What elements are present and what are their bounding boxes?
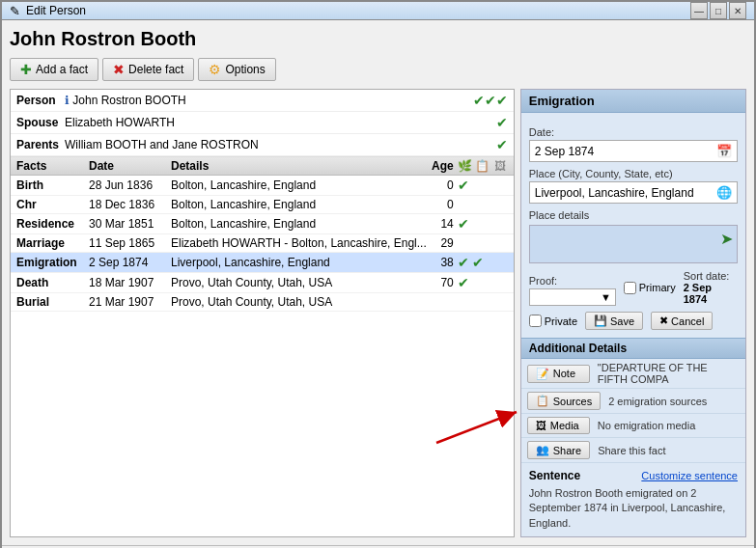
main-content: Person ℹ John Rostron BOOTH ✔ ✔ ✔ Spouse…	[10, 89, 746, 537]
fact-details: Bolton, Lancashire, England	[171, 178, 427, 192]
col-header-icons: 🌿 📋 🖼	[458, 159, 508, 173]
fact-details: Provo, Utah County, Utah, USA	[171, 276, 427, 289]
parents-checkmark: ✔	[496, 137, 508, 152]
place-field-container: 🌐	[529, 181, 738, 204]
place-input[interactable]	[535, 186, 716, 200]
sentence-text: John Rostron Booth emigrated on 2 Septem…	[529, 486, 738, 531]
place-details-label: Place details	[529, 209, 738, 221]
fact-age: 38	[427, 256, 454, 269]
table-row[interactable]: Emigration 2 Sep 1874 Liverpool, Lancash…	[11, 253, 514, 273]
sort-date-label: Sort date:	[684, 270, 738, 282]
fact-icons: ✔	[458, 275, 508, 290]
primary-checkbox[interactable]	[624, 282, 636, 294]
fact-details: Provo, Utah County, Utah, USA	[171, 295, 427, 309]
sort-date-value: 2 Sep 1874	[684, 282, 738, 305]
person-name: John Rostron Booth	[10, 28, 746, 50]
note-value: "DEPARTURE OF THE FIFTH COMPA	[598, 362, 740, 385]
globe-icon: 🌐	[716, 185, 732, 200]
tree-col-icon: 🌿	[458, 159, 472, 173]
fact-type: Death	[16, 276, 89, 289]
emigration-panel-title: Emigration	[521, 90, 745, 113]
facts-header-cols: Facts Date Details Age 🌿 📋 🖼	[16, 159, 508, 173]
fact-date: 2 Sep 1874	[89, 256, 171, 269]
save-button[interactable]: 💾 Save	[585, 312, 643, 330]
media-button[interactable]: 🖼 Media	[527, 417, 590, 434]
table-row[interactable]: Marriage 11 Sep 1865 Elizabeth HOWARTH -…	[11, 234, 514, 253]
primary-label: Primary	[639, 282, 676, 293]
sources-value: 2 emigration sources	[608, 396, 707, 407]
fact-date: 30 Mar 1851	[89, 217, 171, 231]
share-label: Share	[553, 445, 581, 456]
cancel-label: Cancel	[671, 315, 704, 327]
person-row: Person ℹ John Rostron BOOTH ✔ ✔ ✔	[11, 90, 514, 112]
fact-icons: ✔	[458, 178, 508, 193]
sources-icon: 📋	[536, 395, 549, 407]
col-header-age: Age	[427, 159, 454, 173]
options-icon: ⚙	[209, 62, 221, 77]
media-col-icon: 🖼	[492, 159, 507, 173]
right-panel: Emigration Date: 📅 Place (City, County, …	[520, 89, 746, 537]
info-section: Person ℹ John Rostron BOOTH ✔ ✔ ✔ Spouse…	[11, 90, 514, 157]
private-save-row: Private 💾 Save ✖ Cancel	[529, 312, 738, 330]
fact-age: 70	[427, 276, 454, 289]
fact-type: Birth	[16, 178, 89, 192]
person-value: ℹ John Rostron BOOTH	[65, 94, 473, 107]
place-label: Place (City, County, State, etc)	[529, 168, 738, 179]
main-window: ✎ Edit Person — □ ✕ John Rostron Booth ✚…	[0, 0, 756, 548]
primary-checkbox-container: Primary	[624, 282, 676, 294]
add-fact-label: Add a fact	[36, 63, 88, 76]
media-icon: 🖼	[536, 420, 546, 431]
date-label: Date:	[529, 126, 738, 138]
date-field-container: 📅	[529, 140, 738, 162]
share-value: Share this fact	[598, 445, 665, 456]
fact-details: Bolton, Lancashire, England	[171, 217, 427, 231]
col-header-facts: Facts	[16, 159, 89, 173]
options-button[interactable]: ⚙ Options	[198, 58, 275, 81]
private-checkbox[interactable]	[529, 315, 542, 327]
left-panel-wrapper: Person ℹ John Rostron BOOTH ✔ ✔ ✔ Spouse…	[10, 89, 520, 537]
note-button[interactable]: 📝 Note	[527, 365, 590, 383]
additional-details-title: Additional Details	[521, 338, 745, 359]
add-fact-button[interactable]: ✚ Add a fact	[10, 58, 98, 81]
title-bar-left: ✎ Edit Person	[10, 4, 86, 18]
delete-fact-button[interactable]: ✖ Delete fact	[102, 58, 194, 81]
sentence-section: Sentence Customize sentence John Rostron…	[521, 463, 745, 536]
sources-button[interactable]: 📋 Sources	[527, 392, 601, 410]
fact-check1: ✔	[458, 178, 469, 193]
sort-date-section: Sort date: 2 Sep 1874	[684, 270, 738, 305]
sentence-header: Sentence Customize sentence	[529, 469, 738, 482]
fact-check2: ✔	[458, 216, 469, 232]
media-label: Media	[550, 420, 579, 431]
date-input[interactable]	[535, 145, 716, 158]
table-row[interactable]: Birth 28 Jun 1836 Bolton, Lancashire, En…	[11, 176, 514, 196]
spouse-checkmark: ✔	[496, 115, 508, 130]
fact-type: Chr	[16, 198, 89, 211]
table-row[interactable]: Death 18 Mar 1907 Provo, Utah County, Ut…	[11, 273, 514, 293]
facts-header: Facts Date Details Age 🌿 📋 🖼	[11, 157, 514, 176]
maximize-button[interactable]: □	[710, 2, 727, 19]
fact-date: 18 Dec 1836	[89, 198, 171, 211]
close-window-button[interactable]: ✕	[729, 2, 746, 19]
toolbar: ✚ Add a fact ✖ Delete fact ⚙ Options	[10, 58, 746, 81]
fact-check1: ✔	[458, 255, 469, 270]
share-button[interactable]: 👥 Share	[527, 441, 590, 459]
fact-date: 11 Sep 1865	[89, 236, 171, 250]
table-row[interactable]: Chr 18 Dec 1836 Bolton, Lancashire, Engl…	[11, 196, 514, 214]
window-body: John Rostron Booth ✚ Add a fact ✖ Delete…	[2, 20, 754, 545]
proof-row: Proof: ▼ Primary Sort date:	[529, 269, 738, 306]
place-details-icon: ➤	[720, 230, 733, 248]
cancel-button[interactable]: ✖ Cancel	[651, 312, 713, 330]
fact-age: 0	[427, 198, 454, 211]
note-label: Note	[553, 368, 575, 379]
customize-sentence-link[interactable]: Customize sentence	[641, 470, 738, 481]
table-row[interactable]: Residence 30 Mar 1851 Bolton, Lancashire…	[11, 214, 514, 234]
fact-type: Burial	[16, 295, 89, 309]
fact-age: 14	[427, 217, 454, 231]
spouse-label: Spouse	[16, 116, 65, 129]
table-row[interactable]: Burial 21 Mar 1907 Provo, Utah County, U…	[11, 293, 514, 312]
proof-select[interactable]: ▼	[529, 288, 616, 306]
minimize-button[interactable]: —	[690, 2, 708, 19]
fact-type: Marriage	[16, 236, 89, 250]
delete-fact-label: Delete fact	[128, 63, 183, 76]
person-checkmark: ✔	[473, 93, 485, 108]
